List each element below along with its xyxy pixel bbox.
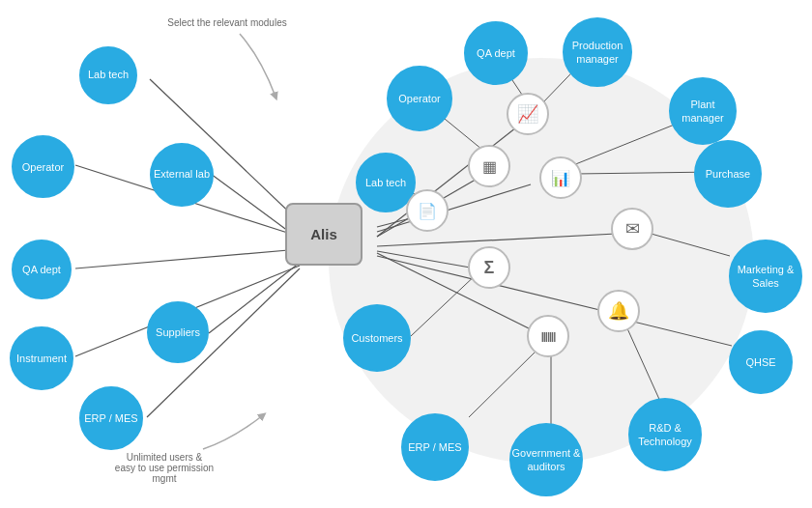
svg-line-6	[209, 263, 300, 333]
node-instrument[interactable]: Instrument	[10, 326, 73, 390]
alis-center[interactable]: Alis	[285, 203, 362, 266]
node-government-auditors[interactable]: Government & auditors	[509, 423, 583, 496]
diagram-container: Alis Select the relevant modules Unlimit…	[0, 0, 812, 508]
svg-line-26	[626, 326, 662, 406]
svg-line-4	[75, 249, 300, 268]
document-icon: 📄	[418, 202, 437, 220]
node-icon-table[interactable]: ▦	[468, 145, 510, 187]
node-production-manager[interactable]: Production manager	[563, 17, 632, 87]
node-icon-email[interactable]: ✉	[611, 208, 653, 250]
node-icon-barcode[interactable]: |||||||	[527, 315, 569, 357]
table-icon: ▦	[482, 157, 497, 176]
node-rd-technology[interactable]: R&D & Technology	[628, 398, 702, 471]
node-qa-dept-left[interactable]: QA dept	[12, 240, 72, 299]
barcode-icon: |||||||	[541, 330, 556, 342]
annotation-bottom: Unlimited users &easy to use permission …	[102, 452, 227, 484]
node-icon-bar[interactable]: 📊	[539, 156, 582, 199]
svg-line-22	[411, 270, 480, 336]
svg-line-12	[377, 233, 634, 246]
svg-line-25	[622, 319, 732, 346]
email-icon: ✉	[625, 218, 640, 240]
bell-icon: 🔔	[608, 300, 629, 322]
node-suppliers[interactable]: Suppliers	[147, 301, 209, 363]
node-icon-bell[interactable]: 🔔	[597, 290, 640, 332]
node-qhse[interactable]: QHSE	[729, 330, 793, 394]
node-marketing-sales[interactable]: Marketing & Sales	[729, 240, 802, 313]
node-plant-manager[interactable]: Plant manager	[669, 77, 737, 145]
node-icon-chart[interactable]: 📈	[507, 93, 549, 135]
annotation-top: Select the relevant modules	[164, 17, 290, 28]
node-erp-mes-left[interactable]: ERP / MES	[79, 386, 143, 450]
node-icon-sigma[interactable]: Σ	[468, 246, 510, 289]
svg-line-24	[469, 348, 539, 417]
node-icon-doc[interactable]: 📄	[406, 189, 449, 232]
node-erp-mes-right[interactable]: ERP / MES	[401, 413, 469, 481]
node-operator-right[interactable]: Operator	[387, 66, 452, 131]
node-purchase[interactable]: Purchase	[694, 140, 762, 208]
node-operator-left[interactable]: Operator	[12, 135, 74, 198]
node-external-lab[interactable]: External lab	[150, 143, 214, 207]
svg-line-21	[648, 233, 730, 256]
alis-label: Alis	[310, 226, 337, 242]
node-qa-dept-right[interactable]: QA dept	[464, 21, 528, 85]
sigma-icon: Σ	[484, 258, 495, 278]
chart-icon: 📈	[517, 103, 538, 125]
node-customers[interactable]: Customers	[343, 304, 411, 372]
node-lab-tech-left[interactable]: Lab tech	[79, 46, 137, 104]
bar-chart-icon: 📊	[551, 169, 570, 187]
